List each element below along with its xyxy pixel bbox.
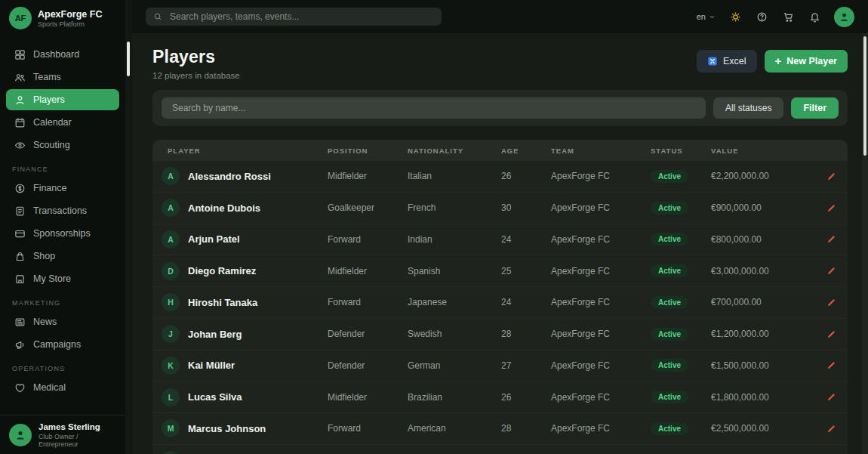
new-player-button[interactable]: + New Player xyxy=(765,50,848,73)
global-search[interactable] xyxy=(146,8,442,26)
topbar: en xyxy=(132,0,868,33)
edit-player-button[interactable] xyxy=(825,233,838,246)
player-value: €1,200,000.00 xyxy=(703,329,814,339)
theme-toggle-button[interactable] xyxy=(728,10,742,23)
table-row: AAlessandro RossiMidfielderItalian26Apex… xyxy=(152,161,848,193)
player-age: 27 xyxy=(494,360,543,371)
player-status-cell: Active xyxy=(643,296,703,309)
main-scrollbar-thumb[interactable] xyxy=(863,36,866,156)
player-cell: KKai Müller xyxy=(152,357,320,375)
export-excel-button[interactable]: Excel xyxy=(697,50,757,73)
player-age: 24 xyxy=(494,297,543,307)
table-body: AAlessandro RossiMidfielderItalian26Apex… xyxy=(152,161,848,454)
player-team: ApexForge FC xyxy=(543,392,643,403)
player-team: ApexForge FC xyxy=(543,329,643,339)
edit-player-button[interactable] xyxy=(825,264,838,277)
player-avatar: J xyxy=(162,325,180,343)
sidebar-item-dashboard[interactable]: Dashboard xyxy=(6,44,119,65)
topbar-actions: en xyxy=(697,7,854,27)
sidebar-scrollbar[interactable] xyxy=(125,0,132,454)
edit-player-button[interactable] xyxy=(825,170,838,183)
sidebar-item-scouting[interactable]: Scouting xyxy=(6,134,119,156)
sidebar-item-medical[interactable]: Medical xyxy=(6,377,119,398)
edit-player-button[interactable] xyxy=(825,391,838,403)
global-search-input[interactable] xyxy=(168,11,434,23)
player-value: €2,200,000.00 xyxy=(703,171,814,181)
edit-player-button[interactable] xyxy=(825,422,838,435)
sidebar-item-shop[interactable]: Shop xyxy=(6,246,119,267)
player-avatar: K xyxy=(162,357,180,375)
sidebar-item-sponsorships[interactable]: Sponsorships xyxy=(6,223,119,244)
player-position: Defender xyxy=(320,329,400,339)
player-status-cell: Active xyxy=(643,391,703,403)
status-filter-select[interactable]: All statuses xyxy=(713,97,783,119)
person-icon xyxy=(14,429,26,441)
name-search[interactable] xyxy=(162,97,706,119)
player-cell: AAntoine Dubois xyxy=(152,199,320,217)
player-nationality: French xyxy=(400,202,494,213)
sun-icon xyxy=(730,11,741,23)
column-header: Team xyxy=(543,147,643,155)
brand-name: ApexForge FC xyxy=(38,9,102,20)
player-actions-cell xyxy=(814,296,848,309)
profile-avatar[interactable] xyxy=(834,7,854,27)
sidebar-item-label: Teams xyxy=(33,72,61,82)
content: Players 12 players in database Excel + N… xyxy=(132,33,868,454)
name-search-input[interactable] xyxy=(171,102,697,114)
shop-icon xyxy=(14,251,26,262)
edit-player-button[interactable] xyxy=(825,359,838,372)
help-button[interactable] xyxy=(755,10,768,23)
filter-button[interactable]: Filter xyxy=(791,97,839,119)
edit-player-button[interactable] xyxy=(825,296,838,309)
status-filter-value: All statuses xyxy=(725,103,771,113)
sidebar-item-teams[interactable]: Teams xyxy=(6,66,119,88)
main-scrollbar[interactable] xyxy=(862,33,868,454)
sidebar-scrollbar-thumb[interactable] xyxy=(127,42,130,76)
player-value: €1,500,000.00 xyxy=(703,360,814,371)
sidebar-user[interactable]: James Sterling Club Owner / Entrepreneur xyxy=(0,415,125,454)
player-age: 28 xyxy=(494,423,543,434)
player-nationality: German xyxy=(400,360,494,371)
player-value: €3,000,000.00 xyxy=(703,266,814,276)
table-row-partial xyxy=(152,445,848,454)
sidebar-item-news[interactable]: News xyxy=(6,311,119,332)
sidebar-item-my-store[interactable]: My Store xyxy=(6,268,119,289)
language-selector[interactable]: en xyxy=(697,12,716,21)
sidebar-item-label: Sponsorships xyxy=(33,228,91,239)
player-nationality: Swedish xyxy=(400,329,494,339)
sidebar-section-label: Marketing xyxy=(12,299,113,307)
player-avatar: A xyxy=(162,167,180,185)
player-name: Marcus Johnson xyxy=(188,423,266,434)
sidebar-item-players[interactable]: Players xyxy=(6,89,119,110)
table-row: DDiego RamirezMidfielderSpanish25ApexFor… xyxy=(152,255,848,287)
sidebar-item-label: Medical xyxy=(33,382,66,393)
search-icon xyxy=(153,12,162,21)
main-area: en Players 12 players in dat xyxy=(132,0,868,454)
sidebar-item-label: Transactions xyxy=(33,205,87,216)
pencil-icon xyxy=(826,266,836,276)
scouting-icon xyxy=(14,140,26,151)
notifications-button[interactable] xyxy=(808,10,821,23)
sidebar-item-calendar[interactable]: Calendar xyxy=(6,112,119,133)
brand: AF ApexForge FC Sports Platform xyxy=(0,0,125,36)
edit-player-button[interactable] xyxy=(825,202,838,215)
edit-player-button[interactable] xyxy=(825,328,838,341)
table-row: LLucas SilvaMidfielderBrazilian26ApexFor… xyxy=(152,381,848,413)
cart-button[interactable] xyxy=(781,10,795,23)
table-row: MMarcus JohnsonForwardAmerican28ApexForg… xyxy=(152,413,848,445)
status-badge: Active xyxy=(651,391,688,403)
pencil-icon xyxy=(826,298,836,307)
player-age: 26 xyxy=(494,392,543,403)
player-value: €700,000.00 xyxy=(703,297,814,307)
player-cell: HHiroshi Tanaka xyxy=(152,293,320,311)
pencil-icon xyxy=(826,171,836,181)
player-avatar: D xyxy=(162,262,180,280)
sidebar-item-finance[interactable]: Finance xyxy=(6,178,119,199)
person-icon xyxy=(839,11,850,23)
sidebar-item-transactions[interactable]: Transactions xyxy=(6,200,119,221)
sidebar-item-campaigns[interactable]: Campaigns xyxy=(6,334,119,355)
pencil-icon xyxy=(826,360,836,370)
status-badge: Active xyxy=(651,422,688,435)
pencil-icon xyxy=(826,203,836,213)
player-actions-cell xyxy=(814,359,848,372)
